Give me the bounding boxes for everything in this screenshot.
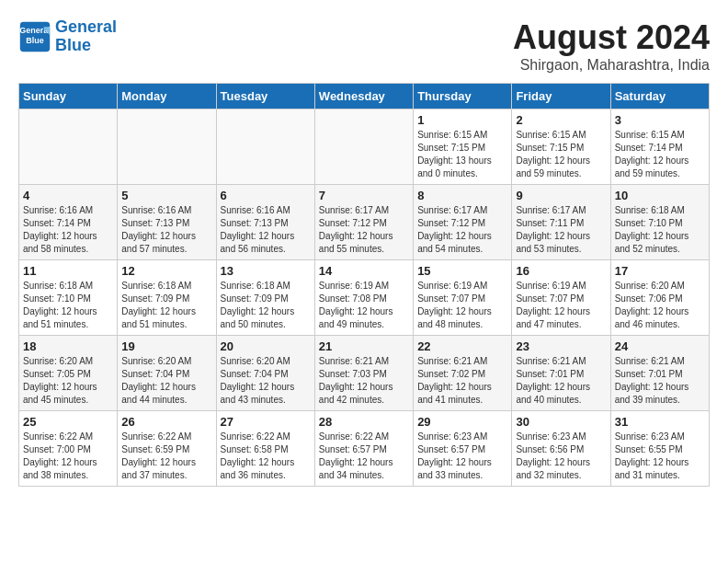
day-info: Sunrise: 6:19 AM Sunset: 7:07 PM Dayligh… [516,280,606,331]
calendar-cell: 9Sunrise: 6:17 AM Sunset: 7:11 PM Daylig… [512,185,610,260]
day-number: 25 [23,415,113,429]
day-number: 14 [319,264,409,278]
day-info: Sunrise: 6:17 AM Sunset: 7:12 PM Dayligh… [319,204,409,256]
calendar-cell: 25Sunrise: 6:22 AM Sunset: 7:00 PM Dayli… [19,411,118,487]
calendar-cell: 10Sunrise: 6:18 AM Sunset: 7:10 PM Dayli… [610,185,709,260]
calendar-cell: 8Sunrise: 6:17 AM Sunset: 7:12 PM Daylig… [414,185,512,260]
day-info: Sunrise: 6:20 AM Sunset: 7:04 PM Dayligh… [221,355,311,407]
day-number: 2 [516,113,606,127]
day-number: 21 [319,339,409,353]
calendar-week-row: 1Sunrise: 6:15 AM Sunset: 7:15 PM Daylig… [19,109,710,185]
day-number: 5 [121,189,211,202]
calendar-table: SundayMondayTuesdayWednesdayThursdayFrid… [18,83,710,487]
calendar-cell: 7Sunrise: 6:17 AM Sunset: 7:12 PM Daylig… [314,185,413,260]
calendar-header-row: SundayMondayTuesdayWednesdayThursdayFrid… [19,84,710,109]
day-info: Sunrise: 6:23 AM Sunset: 6:55 PM Dayligh… [615,431,705,482]
day-number: 4 [23,189,113,202]
calendar-cell: 21Sunrise: 6:21 AM Sunset: 7:03 PM Dayli… [314,336,413,411]
calendar-week-row: 4Sunrise: 6:16 AM Sunset: 7:14 PM Daylig… [19,185,710,260]
page-header: General Blue General Blue August 2024 Sh… [18,18,710,74]
weekday-header: Tuesday [216,84,314,109]
day-number: 15 [417,264,507,278]
calendar-cell: 4Sunrise: 6:16 AM Sunset: 7:14 PM Daylig… [19,185,118,260]
calendar-cell: 12Sunrise: 6:18 AM Sunset: 7:09 PM Dayli… [118,260,216,336]
calendar-cell [216,109,314,185]
day-number: 31 [615,415,705,429]
logo-line1: General [55,17,117,36]
calendar-week-row: 25Sunrise: 6:22 AM Sunset: 7:00 PM Dayli… [19,411,710,487]
calendar-cell: 17Sunrise: 6:20 AM Sunset: 7:06 PM Dayli… [610,260,709,336]
calendar-cell [118,109,216,185]
day-info: Sunrise: 6:19 AM Sunset: 7:07 PM Dayligh… [417,280,507,331]
calendar-cell: 1Sunrise: 6:15 AM Sunset: 7:15 PM Daylig… [414,109,512,185]
title-block: August 2024 Shirgaon, Maharashtra, India [513,18,710,74]
day-info: Sunrise: 6:19 AM Sunset: 7:08 PM Dayligh… [319,280,409,331]
logo: General Blue General Blue [18,18,117,55]
day-number: 27 [221,415,311,429]
weekday-header: Thursday [414,84,512,109]
weekday-header: Saturday [610,84,709,109]
calendar-cell: 20Sunrise: 6:20 AM Sunset: 7:04 PM Dayli… [216,336,314,411]
calendar-cell: 29Sunrise: 6:23 AM Sunset: 6:57 PM Dayli… [414,411,512,487]
day-number: 18 [23,339,113,353]
logo-line2: Blue [55,36,91,54]
calendar-cell [19,109,118,185]
calendar-cell: 22Sunrise: 6:21 AM Sunset: 7:02 PM Dayli… [414,336,512,411]
day-number: 24 [615,339,705,353]
day-number: 8 [417,189,507,202]
day-info: Sunrise: 6:22 AM Sunset: 6:57 PM Dayligh… [319,431,409,482]
day-info: Sunrise: 6:15 AM Sunset: 7:14 PM Dayligh… [615,129,705,180]
day-info: Sunrise: 6:23 AM Sunset: 6:57 PM Dayligh… [417,431,507,482]
calendar-cell: 15Sunrise: 6:19 AM Sunset: 7:07 PM Dayli… [414,260,512,336]
calendar-cell: 5Sunrise: 6:16 AM Sunset: 7:13 PM Daylig… [118,185,216,260]
calendar-week-row: 18Sunrise: 6:20 AM Sunset: 7:05 PM Dayli… [19,336,710,411]
calendar-cell: 23Sunrise: 6:21 AM Sunset: 7:01 PM Dayli… [512,336,610,411]
calendar-cell: 2Sunrise: 6:15 AM Sunset: 7:15 PM Daylig… [512,109,610,185]
day-info: Sunrise: 6:18 AM Sunset: 7:10 PM Dayligh… [615,204,705,256]
calendar-cell: 30Sunrise: 6:23 AM Sunset: 6:56 PM Dayli… [512,411,610,487]
svg-text:Blue: Blue [26,36,44,45]
day-info: Sunrise: 6:21 AM Sunset: 7:03 PM Dayligh… [319,355,409,407]
day-number: 1 [417,113,507,127]
day-info: Sunrise: 6:18 AM Sunset: 7:10 PM Dayligh… [23,280,113,331]
day-info: Sunrise: 6:17 AM Sunset: 7:11 PM Dayligh… [516,204,606,256]
day-info: Sunrise: 6:16 AM Sunset: 7:13 PM Dayligh… [221,204,311,256]
calendar-cell: 18Sunrise: 6:20 AM Sunset: 7:05 PM Dayli… [19,336,118,411]
day-number: 23 [516,339,606,353]
calendar-cell: 14Sunrise: 6:19 AM Sunset: 7:08 PM Dayli… [314,260,413,336]
day-info: Sunrise: 6:15 AM Sunset: 7:15 PM Dayligh… [417,129,507,180]
calendar-cell: 11Sunrise: 6:18 AM Sunset: 7:10 PM Dayli… [19,260,118,336]
day-info: Sunrise: 6:15 AM Sunset: 7:15 PM Dayligh… [516,129,606,180]
day-number: 13 [221,264,311,278]
day-info: Sunrise: 6:21 AM Sunset: 7:02 PM Dayligh… [417,355,507,407]
day-number: 9 [516,189,606,202]
day-info: Sunrise: 6:17 AM Sunset: 7:12 PM Dayligh… [417,204,507,256]
day-info: Sunrise: 6:23 AM Sunset: 6:56 PM Dayligh… [516,431,606,482]
calendar-cell: 6Sunrise: 6:16 AM Sunset: 7:13 PM Daylig… [216,185,314,260]
calendar-week-row: 11Sunrise: 6:18 AM Sunset: 7:10 PM Dayli… [19,260,710,336]
day-number: 17 [615,264,705,278]
day-info: Sunrise: 6:22 AM Sunset: 6:59 PM Dayligh… [121,431,211,482]
day-info: Sunrise: 6:21 AM Sunset: 7:01 PM Dayligh… [615,355,705,407]
calendar-cell: 24Sunrise: 6:21 AM Sunset: 7:01 PM Dayli… [610,336,709,411]
weekday-header: Friday [512,84,610,109]
day-info: Sunrise: 6:21 AM Sunset: 7:01 PM Dayligh… [516,355,606,407]
day-number: 19 [121,339,211,353]
day-info: Sunrise: 6:16 AM Sunset: 7:14 PM Dayligh… [23,204,113,256]
day-number: 7 [319,189,409,202]
day-info: Sunrise: 6:20 AM Sunset: 7:04 PM Dayligh… [121,355,211,407]
day-number: 11 [23,264,113,278]
calendar-cell [314,109,413,185]
calendar-cell: 26Sunrise: 6:22 AM Sunset: 6:59 PM Dayli… [118,411,216,487]
page-subtitle: Shirgaon, Maharashtra, India [513,57,710,74]
weekday-header: Wednesday [314,84,413,109]
weekday-header: Monday [118,84,216,109]
calendar-cell: 28Sunrise: 6:22 AM Sunset: 6:57 PM Dayli… [314,411,413,487]
day-number: 12 [121,264,211,278]
calendar-cell: 27Sunrise: 6:22 AM Sunset: 6:58 PM Dayli… [216,411,314,487]
day-number: 20 [221,339,311,353]
day-number: 16 [516,264,606,278]
calendar-cell: 16Sunrise: 6:19 AM Sunset: 7:07 PM Dayli… [512,260,610,336]
day-info: Sunrise: 6:22 AM Sunset: 7:00 PM Dayligh… [23,431,113,482]
day-info: Sunrise: 6:22 AM Sunset: 6:58 PM Dayligh… [221,431,311,482]
